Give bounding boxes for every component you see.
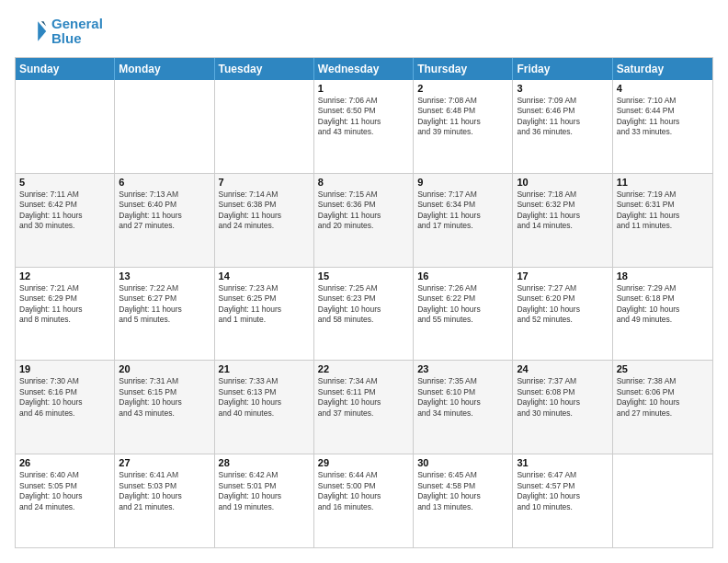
- day-number: 28: [219, 457, 310, 468]
- calendar-cell: 23Sunrise: 7:35 AM Sunset: 6:10 PM Dayli…: [414, 361, 513, 454]
- calendar-cell: 20Sunrise: 7:31 AM Sunset: 6:15 PM Dayli…: [115, 361, 214, 454]
- day-number: 11: [617, 177, 709, 188]
- calendar-header-cell: Monday: [115, 58, 214, 80]
- header: General Blue: [15, 15, 713, 48]
- cell-text: Sunrise: 7:10 AM Sunset: 6:44 PM Dayligh…: [617, 96, 709, 138]
- day-number: 22: [318, 363, 409, 374]
- cell-text: Sunrise: 7:14 AM Sunset: 6:38 PM Dayligh…: [219, 190, 310, 232]
- calendar-cell: 1Sunrise: 7:06 AM Sunset: 6:50 PM Daylig…: [314, 80, 414, 173]
- cell-text: Sunrise: 7:38 AM Sunset: 6:06 PM Dayligh…: [617, 376, 709, 419]
- calendar-cell: [16, 80, 115, 173]
- cell-text: Sunrise: 6:40 AM Sunset: 5:05 PM Dayligh…: [19, 470, 110, 512]
- day-number: 12: [19, 270, 110, 282]
- calendar: SundayMondayTuesdayWednesdayThursdayFrid…: [15, 57, 713, 548]
- day-number: 21: [219, 363, 310, 374]
- calendar-header-cell: Friday: [513, 58, 612, 80]
- calendar-cell: 17Sunrise: 7:27 AM Sunset: 6:20 PM Dayli…: [513, 268, 612, 361]
- calendar-header-cell: Sunday: [16, 58, 115, 80]
- calendar-cell: 12Sunrise: 7:21 AM Sunset: 6:29 PM Dayli…: [16, 268, 115, 361]
- day-number: 5: [19, 177, 110, 188]
- cell-text: Sunrise: 7:26 AM Sunset: 6:22 PM Dayligh…: [417, 283, 508, 326]
- cell-text: Sunrise: 7:34 AM Sunset: 6:11 PM Dayligh…: [318, 376, 409, 419]
- cell-text: Sunrise: 7:19 AM Sunset: 6:31 PM Dayligh…: [617, 190, 709, 232]
- calendar-cell: 16Sunrise: 7:26 AM Sunset: 6:22 PM Dayli…: [414, 268, 513, 361]
- cell-text: Sunrise: 7:06 AM Sunset: 6:50 PM Dayligh…: [318, 96, 409, 138]
- calendar-cell: 13Sunrise: 7:22 AM Sunset: 6:27 PM Dayli…: [115, 268, 214, 361]
- day-number: 16: [417, 270, 508, 282]
- page: General Blue SundayMondayTuesdayWednesda…: [0, 0, 728, 563]
- day-number: 19: [19, 363, 110, 374]
- calendar-cell: 2Sunrise: 7:08 AM Sunset: 6:48 PM Daylig…: [414, 80, 513, 173]
- calendar-row: 1Sunrise: 7:06 AM Sunset: 6:50 PM Daylig…: [16, 80, 712, 173]
- calendar-row: 12Sunrise: 7:21 AM Sunset: 6:29 PM Dayli…: [16, 267, 712, 361]
- calendar-cell: 10Sunrise: 7:18 AM Sunset: 6:32 PM Dayli…: [513, 174, 612, 267]
- cell-text: Sunrise: 7:29 AM Sunset: 6:18 PM Dayligh…: [617, 283, 709, 326]
- calendar-cell: [115, 80, 214, 173]
- cell-text: Sunrise: 7:22 AM Sunset: 6:27 PM Dayligh…: [119, 283, 210, 326]
- day-number: 31: [517, 457, 608, 468]
- day-number: 7: [219, 177, 310, 188]
- day-number: 23: [417, 363, 508, 374]
- logo-icon: [15, 15, 48, 48]
- calendar-header-cell: Wednesday: [314, 58, 414, 80]
- calendar-header-cell: Saturday: [613, 58, 712, 80]
- day-number: 18: [617, 270, 709, 282]
- day-number: 4: [617, 83, 709, 94]
- calendar-cell: 14Sunrise: 7:23 AM Sunset: 6:25 PM Dayli…: [215, 268, 314, 361]
- calendar-cell: 9Sunrise: 7:17 AM Sunset: 6:34 PM Daylig…: [414, 174, 513, 267]
- day-number: 20: [119, 363, 210, 374]
- calendar-row: 5Sunrise: 7:11 AM Sunset: 6:42 PM Daylig…: [16, 173, 712, 267]
- day-number: 2: [417, 83, 508, 94]
- calendar-cell: 5Sunrise: 7:11 AM Sunset: 6:42 PM Daylig…: [16, 174, 115, 267]
- calendar-cell: 30Sunrise: 6:45 AM Sunset: 4:58 PM Dayli…: [414, 454, 513, 547]
- logo: General Blue: [15, 15, 103, 48]
- logo-text: General Blue: [51, 17, 103, 47]
- day-number: 27: [119, 457, 210, 468]
- day-number: 14: [219, 270, 310, 282]
- day-number: 15: [318, 270, 409, 282]
- day-number: 10: [517, 177, 608, 188]
- calendar-cell: 3Sunrise: 7:09 AM Sunset: 6:46 PM Daylig…: [513, 80, 612, 173]
- calendar-header-cell: Thursday: [414, 58, 513, 80]
- day-number: 8: [318, 177, 409, 188]
- cell-text: Sunrise: 7:27 AM Sunset: 6:20 PM Dayligh…: [517, 283, 608, 326]
- day-number: 1: [318, 83, 409, 94]
- cell-text: Sunrise: 7:25 AM Sunset: 6:23 PM Dayligh…: [318, 283, 409, 326]
- day-number: 24: [517, 363, 608, 374]
- svg-marker-1: [41, 21, 46, 26]
- calendar-cell: 25Sunrise: 7:38 AM Sunset: 6:06 PM Dayli…: [613, 361, 712, 454]
- day-number: 3: [517, 83, 608, 94]
- cell-text: Sunrise: 7:09 AM Sunset: 6:46 PM Dayligh…: [517, 96, 608, 138]
- cell-text: Sunrise: 7:17 AM Sunset: 6:34 PM Dayligh…: [417, 190, 508, 232]
- calendar-cell: 4Sunrise: 7:10 AM Sunset: 6:44 PM Daylig…: [613, 80, 712, 173]
- day-number: 25: [617, 363, 709, 374]
- calendar-cell: 7Sunrise: 7:14 AM Sunset: 6:38 PM Daylig…: [215, 174, 314, 267]
- cell-text: Sunrise: 7:37 AM Sunset: 6:08 PM Dayligh…: [517, 376, 608, 419]
- calendar-header-row: SundayMondayTuesdayWednesdayThursdayFrid…: [16, 58, 712, 80]
- calendar-cell: 27Sunrise: 6:41 AM Sunset: 5:03 PM Dayli…: [115, 454, 214, 547]
- calendar-header-cell: Tuesday: [215, 58, 314, 80]
- calendar-cell: 22Sunrise: 7:34 AM Sunset: 6:11 PM Dayli…: [314, 361, 414, 454]
- day-number: 13: [119, 270, 210, 282]
- cell-text: Sunrise: 6:42 AM Sunset: 5:01 PM Dayligh…: [219, 470, 310, 512]
- calendar-cell: 31Sunrise: 6:47 AM Sunset: 4:57 PM Dayli…: [513, 454, 612, 547]
- calendar-cell: 11Sunrise: 7:19 AM Sunset: 6:31 PM Dayli…: [613, 174, 712, 267]
- cell-text: Sunrise: 7:21 AM Sunset: 6:29 PM Dayligh…: [19, 283, 110, 326]
- calendar-cell: 6Sunrise: 7:13 AM Sunset: 6:40 PM Daylig…: [115, 174, 214, 267]
- cell-text: Sunrise: 7:23 AM Sunset: 6:25 PM Dayligh…: [219, 283, 310, 326]
- day-number: 6: [119, 177, 210, 188]
- cell-text: Sunrise: 7:30 AM Sunset: 6:16 PM Dayligh…: [19, 376, 110, 419]
- cell-text: Sunrise: 7:35 AM Sunset: 6:10 PM Dayligh…: [417, 376, 508, 419]
- cell-text: Sunrise: 7:33 AM Sunset: 6:13 PM Dayligh…: [219, 376, 310, 419]
- day-number: 29: [318, 457, 409, 468]
- calendar-cell: 19Sunrise: 7:30 AM Sunset: 6:16 PM Dayli…: [16, 361, 115, 454]
- calendar-cell: 21Sunrise: 7:33 AM Sunset: 6:13 PM Dayli…: [215, 361, 314, 454]
- cell-text: Sunrise: 6:45 AM Sunset: 4:58 PM Dayligh…: [417, 470, 508, 512]
- calendar-cell: 24Sunrise: 7:37 AM Sunset: 6:08 PM Dayli…: [513, 361, 612, 454]
- cell-text: Sunrise: 7:18 AM Sunset: 6:32 PM Dayligh…: [517, 190, 608, 232]
- cell-text: Sunrise: 7:13 AM Sunset: 6:40 PM Dayligh…: [119, 190, 210, 232]
- cell-text: Sunrise: 7:08 AM Sunset: 6:48 PM Dayligh…: [417, 96, 508, 138]
- calendar-cell: [613, 454, 712, 547]
- cell-text: Sunrise: 7:31 AM Sunset: 6:15 PM Dayligh…: [119, 376, 210, 419]
- calendar-body: 1Sunrise: 7:06 AM Sunset: 6:50 PM Daylig…: [16, 80, 712, 547]
